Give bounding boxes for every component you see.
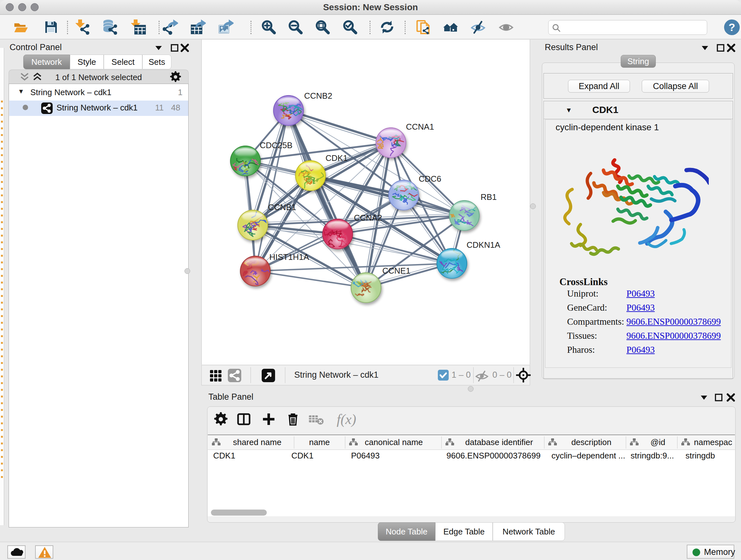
svg-text:CCNE1: CCNE1: [382, 266, 410, 275]
svg-text:CDK1: CDK1: [326, 153, 347, 163]
svg-text:CDC25B: CDC25B: [260, 140, 293, 150]
svg-text:CCNB2: CCNB2: [304, 91, 332, 101]
svg-text:RB1: RB1: [481, 192, 497, 202]
svg-text:CCNA2: CCNA2: [354, 213, 382, 223]
svg-text:CDKN1A: CDKN1A: [467, 240, 500, 250]
svg-text:HIST1H1A: HIST1H1A: [269, 252, 309, 262]
svg-text:CCNA1: CCNA1: [406, 122, 434, 132]
svg-text:CDC6: CDC6: [419, 174, 441, 184]
svg-text:CCNB1: CCNB1: [268, 202, 296, 212]
